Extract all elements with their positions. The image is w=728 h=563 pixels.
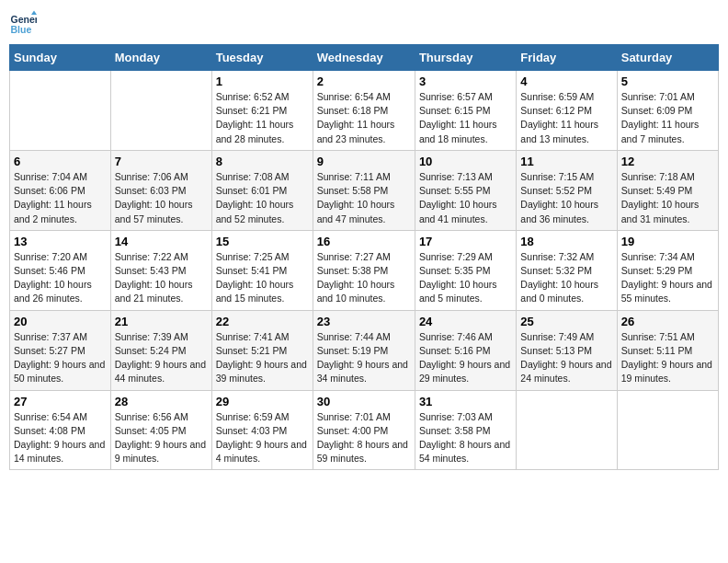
calendar-cell: 2Sunrise: 6:54 AMSunset: 6:18 PMDaylight… — [313, 71, 415, 151]
calendar-cell: 31Sunrise: 7:03 AMSunset: 3:58 PMDayligh… — [415, 390, 516, 470]
day-number: 19 — [621, 235, 714, 248]
calendar-cell: 23Sunrise: 7:44 AMSunset: 5:19 PMDayligh… — [313, 310, 415, 390]
day-info: Sunrise: 7:46 AMSunset: 5:16 PMDaylight:… — [419, 330, 512, 386]
weekday-header: Wednesday — [313, 45, 415, 71]
day-number: 3 — [419, 75, 512, 88]
calendar-cell: 28Sunrise: 6:56 AMSunset: 4:05 PMDayligh… — [110, 390, 211, 470]
weekday-header: Thursday — [415, 45, 516, 71]
day-number: 1 — [216, 75, 309, 88]
calendar-cell: 29Sunrise: 6:59 AMSunset: 4:03 PMDayligh… — [211, 390, 313, 470]
calendar-cell: 3Sunrise: 6:57 AMSunset: 6:15 PMDaylight… — [415, 71, 516, 151]
day-info: Sunrise: 7:27 AMSunset: 5:38 PMDaylight:… — [317, 250, 411, 306]
day-number: 14 — [115, 235, 208, 248]
calendar-cell: 15Sunrise: 7:25 AMSunset: 5:41 PMDayligh… — [211, 230, 313, 310]
day-info: Sunrise: 7:37 AMSunset: 5:27 PMDaylight:… — [14, 330, 107, 386]
day-number: 25 — [520, 315, 612, 328]
day-info: Sunrise: 7:22 AMSunset: 5:43 PMDaylight:… — [115, 250, 208, 306]
calendar-cell: 1Sunrise: 6:52 AMSunset: 6:21 PMDaylight… — [211, 71, 313, 151]
day-info: Sunrise: 7:39 AMSunset: 5:24 PMDaylight:… — [115, 330, 208, 386]
day-number: 20 — [14, 315, 107, 328]
calendar-cell: 24Sunrise: 7:46 AMSunset: 5:16 PMDayligh… — [415, 310, 516, 390]
day-number: 11 — [520, 155, 612, 168]
day-info: Sunrise: 7:44 AMSunset: 5:19 PMDaylight:… — [317, 330, 411, 386]
day-info: Sunrise: 7:32 AMSunset: 5:32 PMDaylight:… — [520, 250, 612, 306]
calendar-cell: 18Sunrise: 7:32 AMSunset: 5:32 PMDayligh… — [517, 230, 617, 310]
weekday-header: Monday — [110, 45, 211, 71]
calendar-week-row: 27Sunrise: 6:54 AMSunset: 4:08 PMDayligh… — [10, 390, 719, 470]
calendar-cell: 9Sunrise: 7:11 AMSunset: 5:58 PMDaylight… — [313, 150, 415, 230]
calendar-cell: 10Sunrise: 7:13 AMSunset: 5:55 PMDayligh… — [415, 150, 516, 230]
calendar-week-row: 6Sunrise: 7:04 AMSunset: 6:06 PMDaylight… — [10, 150, 719, 230]
day-number: 17 — [419, 235, 512, 248]
day-number: 2 — [317, 75, 411, 88]
day-info: Sunrise: 6:54 AMSunset: 6:18 PMDaylight:… — [317, 90, 411, 146]
calendar-cell — [517, 390, 617, 470]
day-number: 24 — [419, 315, 512, 328]
calendar-cell: 13Sunrise: 7:20 AMSunset: 5:46 PMDayligh… — [10, 230, 111, 310]
day-info: Sunrise: 7:34 AMSunset: 5:29 PMDaylight:… — [621, 250, 714, 306]
day-number: 10 — [419, 155, 512, 168]
day-number: 31 — [419, 395, 512, 408]
svg-text:Blue: Blue — [11, 24, 32, 35]
day-number: 9 — [317, 155, 411, 168]
day-number: 21 — [115, 315, 208, 328]
calendar-cell: 26Sunrise: 7:51 AMSunset: 5:11 PMDayligh… — [617, 310, 718, 390]
calendar-week-row: 13Sunrise: 7:20 AMSunset: 5:46 PMDayligh… — [10, 230, 719, 310]
day-info: Sunrise: 6:57 AMSunset: 6:15 PMDaylight:… — [419, 90, 512, 146]
calendar-cell: 21Sunrise: 7:39 AMSunset: 5:24 PMDayligh… — [110, 310, 211, 390]
calendar-cell: 7Sunrise: 7:06 AMSunset: 6:03 PMDaylight… — [110, 150, 211, 230]
day-info: Sunrise: 7:06 AMSunset: 6:03 PMDaylight:… — [115, 170, 208, 226]
day-info: Sunrise: 7:01 AMSunset: 6:09 PMDaylight:… — [621, 90, 714, 146]
day-info: Sunrise: 7:41 AMSunset: 5:21 PMDaylight:… — [216, 330, 309, 386]
calendar-cell — [110, 71, 211, 151]
day-number: 30 — [317, 395, 411, 408]
day-number: 8 — [216, 155, 309, 168]
day-number: 26 — [621, 315, 714, 328]
day-info: Sunrise: 7:51 AMSunset: 5:11 PMDaylight:… — [621, 330, 714, 386]
page-header: General Blue — [9, 9, 719, 37]
day-info: Sunrise: 7:29 AMSunset: 5:35 PMDaylight:… — [419, 250, 512, 306]
day-info: Sunrise: 7:01 AMSunset: 4:00 PMDaylight:… — [317, 410, 411, 466]
calendar-cell: 12Sunrise: 7:18 AMSunset: 5:49 PMDayligh… — [617, 150, 718, 230]
day-number: 5 — [621, 75, 714, 88]
calendar-cell: 30Sunrise: 7:01 AMSunset: 4:00 PMDayligh… — [313, 390, 415, 470]
day-number: 16 — [317, 235, 411, 248]
calendar-cell: 14Sunrise: 7:22 AMSunset: 5:43 PMDayligh… — [110, 230, 211, 310]
calendar-cell: 25Sunrise: 7:49 AMSunset: 5:13 PMDayligh… — [517, 310, 617, 390]
day-number: 15 — [216, 235, 309, 248]
logo: General Blue — [9, 9, 40, 37]
weekday-header: Sunday — [10, 45, 111, 71]
day-info: Sunrise: 6:54 AMSunset: 4:08 PMDaylight:… — [14, 410, 107, 466]
day-info: Sunrise: 7:11 AMSunset: 5:58 PMDaylight:… — [317, 170, 411, 226]
day-number: 23 — [317, 315, 411, 328]
calendar-cell: 11Sunrise: 7:15 AMSunset: 5:52 PMDayligh… — [517, 150, 617, 230]
calendar-table: SundayMondayTuesdayWednesdayThursdayFrid… — [9, 44, 719, 470]
day-number: 18 — [520, 235, 612, 248]
day-info: Sunrise: 7:25 AMSunset: 5:41 PMDaylight:… — [216, 250, 309, 306]
svg-marker-2 — [31, 11, 37, 16]
day-number: 22 — [216, 315, 309, 328]
day-number: 28 — [115, 395, 208, 408]
day-number: 4 — [520, 75, 612, 88]
day-info: Sunrise: 7:13 AMSunset: 5:55 PMDaylight:… — [419, 170, 512, 226]
calendar-cell: 27Sunrise: 6:54 AMSunset: 4:08 PMDayligh… — [10, 390, 111, 470]
calendar-cell — [10, 71, 111, 151]
calendar-cell: 5Sunrise: 7:01 AMSunset: 6:09 PMDaylight… — [617, 71, 718, 151]
weekday-header: Tuesday — [211, 45, 313, 71]
day-info: Sunrise: 7:15 AMSunset: 5:52 PMDaylight:… — [520, 170, 612, 226]
calendar-week-row: 20Sunrise: 7:37 AMSunset: 5:27 PMDayligh… — [10, 310, 719, 390]
logo-icon: General Blue — [9, 9, 37, 37]
calendar-cell: 20Sunrise: 7:37 AMSunset: 5:27 PMDayligh… — [10, 310, 111, 390]
calendar-cell: 16Sunrise: 7:27 AMSunset: 5:38 PMDayligh… — [313, 230, 415, 310]
day-info: Sunrise: 6:59 AMSunset: 6:12 PMDaylight:… — [520, 90, 612, 146]
calendar-cell: 19Sunrise: 7:34 AMSunset: 5:29 PMDayligh… — [617, 230, 718, 310]
calendar-cell: 8Sunrise: 7:08 AMSunset: 6:01 PMDaylight… — [211, 150, 313, 230]
day-info: Sunrise: 7:03 AMSunset: 3:58 PMDaylight:… — [419, 410, 512, 466]
day-number: 27 — [14, 395, 107, 408]
day-number: 7 — [115, 155, 208, 168]
calendar-cell: 22Sunrise: 7:41 AMSunset: 5:21 PMDayligh… — [211, 310, 313, 390]
calendar-header-row: SundayMondayTuesdayWednesdayThursdayFrid… — [10, 45, 719, 71]
calendar-cell: 6Sunrise: 7:04 AMSunset: 6:06 PMDaylight… — [10, 150, 111, 230]
day-info: Sunrise: 7:20 AMSunset: 5:46 PMDaylight:… — [14, 250, 107, 306]
weekday-header: Saturday — [617, 45, 718, 71]
